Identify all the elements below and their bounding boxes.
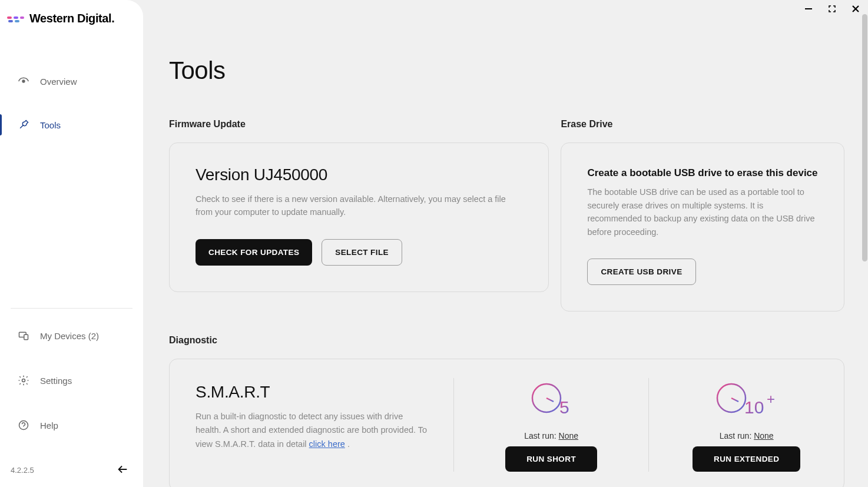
erase-heading: Create a bootable USB drive to erase thi… [587,165,818,181]
select-file-button[interactable]: SELECT FILE [322,239,402,266]
firmware-version-heading: Version UJ450000 [196,165,522,184]
firmware-card: Version UJ450000 Check to see if there i… [169,143,549,292]
maximize-icon [828,5,836,13]
svg-line-19 [731,398,738,402]
run-short-button[interactable]: RUN SHORT [505,446,597,472]
nav-secondary: My Devices (2) Settings Help [11,308,132,456]
diagnostic-section: Diagnostic S.M.A.R.T Run a built-in diag… [169,335,844,487]
eye-icon [18,75,29,87]
short-last-run: Last run: None [524,431,578,440]
smart-heading: S.M.A.R.T [196,383,428,402]
clock-5-icon: 5 [528,378,575,420]
svg-text:5: 5 [559,397,569,417]
extended-last-run: Last run: None [720,431,774,440]
last-run-value: None [754,431,773,440]
svg-text:10: 10 [744,397,764,417]
firmware-description: Check to see if there is a new version a… [196,193,522,219]
sidebar-item-label: Overview [40,77,77,87]
minimize-button[interactable] [803,4,814,14]
sidebar-item-help[interactable]: Help [11,411,132,439]
svg-rect-7 [24,334,28,339]
devices-icon [18,330,29,342]
sidebar-item-overview[interactable]: Overview [0,67,143,95]
close-icon [852,5,860,13]
firmware-section: Firmware Update Version UJ450000 Check t… [169,119,549,312]
sidebar-item-label: Help [40,420,58,430]
svg-rect-3 [15,20,19,22]
maximize-button[interactable] [827,4,837,14]
smart-description: Run a built-in diagnostic to detect any … [196,410,428,451]
svg-point-8 [22,379,25,382]
logo-text: Western Digital. [29,12,114,25]
last-run-label: Last run: [720,431,754,440]
sidebar-item-label: Tools [40,120,61,130]
section-title-diagnostic: Diagnostic [169,335,844,346]
diagnostic-extended-column: 10 + Last run: None RUN EXTENDED [648,378,844,472]
arrow-left-icon [116,463,129,476]
scrollbar-thumb[interactable] [862,14,867,261]
window-controls [803,4,861,14]
svg-point-9 [19,421,28,430]
last-run-label: Last run: [524,431,558,440]
collapse-sidebar-button[interactable] [112,459,132,481]
svg-rect-4 [20,16,24,19]
main-content: Tools Firmware Update Version UJ450000 C… [143,0,868,487]
clock-10-plus-icon: 10 + [714,378,780,420]
app-version: 4.2.2.5 [11,466,34,475]
sidebar-item-tools[interactable]: Tools [0,111,143,139]
erase-card: Create a bootable USB drive to erase thi… [561,143,844,312]
smart-click-here-link[interactable]: click here [309,439,345,449]
section-title-firmware: Firmware Update [169,119,549,130]
smart-desc-tail: . [345,439,350,449]
gear-icon [18,375,29,386]
sidebar-item-label: Settings [40,376,72,386]
wrench-icon [18,119,29,131]
sidebar-footer: 4.2.2.5 [0,456,143,487]
section-title-erase: Erase Drive [561,119,844,130]
diagnostic-short-column: 5 Last run: None RUN SHORT [453,378,649,472]
svg-rect-2 [14,16,18,19]
minimize-icon [804,5,813,13]
svg-rect-0 [7,16,12,19]
diagnostic-info: S.M.A.R.T Run a built-in diagnostic to d… [170,378,453,472]
last-run-value: None [559,431,578,440]
erase-description: The bootable USB drive can be used as a … [587,185,818,238]
svg-text:+: + [767,391,775,407]
sidebar: Western Digital. Overview Tools [0,0,143,487]
sidebar-item-label: My Devices (2) [40,331,99,341]
logo: Western Digital. [0,0,143,35]
create-usb-drive-button[interactable]: CREATE USB DRIVE [587,259,695,285]
logo-icon [7,13,25,25]
svg-point-5 [22,80,25,82]
page-title: Tools [169,57,844,85]
sidebar-item-my-devices[interactable]: My Devices (2) [11,322,132,350]
nav-primary: Overview Tools [0,67,143,154]
svg-line-15 [546,398,554,402]
check-for-updates-button[interactable]: CHECK FOR UPDATES [196,239,312,266]
erase-section: Erase Drive Create a bootable USB drive … [561,119,844,312]
sidebar-item-settings[interactable]: Settings [11,366,132,395]
close-button[interactable] [850,4,861,14]
run-extended-button[interactable]: RUN EXTENDED [693,446,800,472]
diagnostic-card: S.M.A.R.T Run a built-in diagnostic to d… [169,359,844,487]
svg-rect-1 [8,20,13,22]
help-icon [18,419,29,431]
